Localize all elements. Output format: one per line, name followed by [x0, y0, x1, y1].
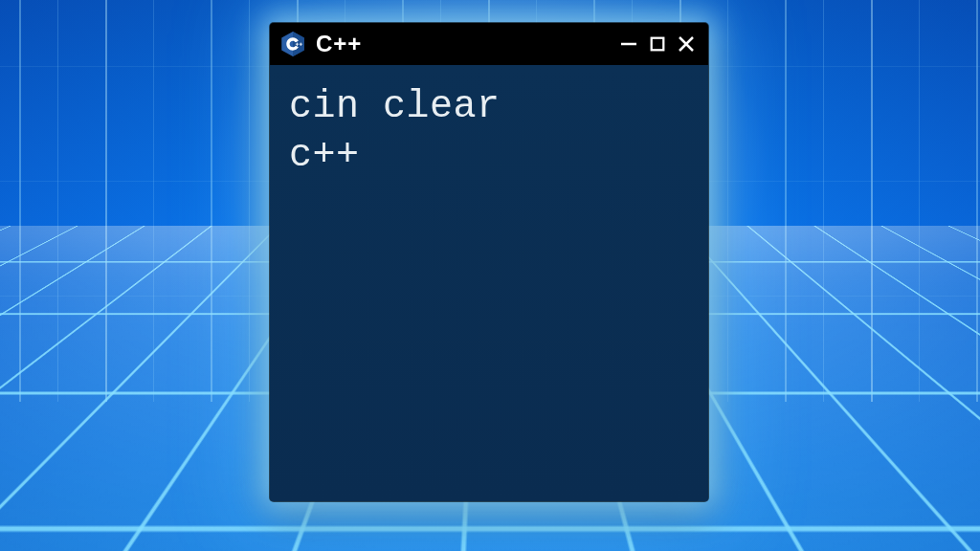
cpp-logo-icon [279, 31, 306, 57]
code-line-1: cin clear [289, 82, 689, 131]
svg-rect-7 [652, 38, 664, 51]
code-line-2: c++ [289, 131, 689, 180]
console-body[interactable]: cin clear c++ [270, 65, 708, 501]
maximize-button[interactable] [647, 33, 668, 55]
window-controls [618, 33, 697, 55]
console-window: C++ cin clear c++ [270, 23, 708, 501]
svg-marker-1 [293, 32, 304, 56]
window-title: C++ [316, 31, 609, 57]
svg-rect-5 [300, 44, 302, 45]
window-titlebar[interactable]: C++ [270, 23, 708, 65]
svg-rect-3 [296, 44, 299, 45]
minimize-button[interactable] [618, 33, 639, 55]
close-button[interactable] [676, 33, 697, 55]
